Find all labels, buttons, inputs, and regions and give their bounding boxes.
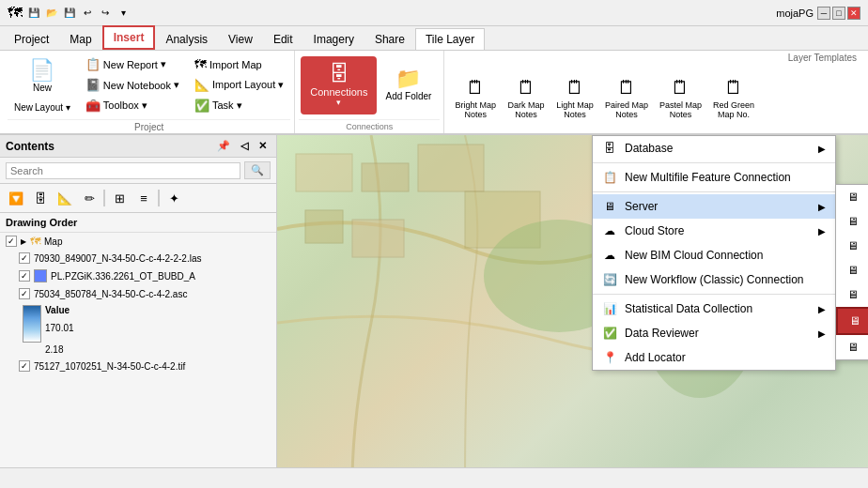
svg-rect-4 [352,220,404,257]
server-item-wcs[interactable]: 🖥 New WCS Server [836,258,868,282]
close-panel-btn[interactable]: ✕ [255,139,271,153]
minimize-btn[interactable]: ─ [817,7,830,20]
tab-project[interactable]: Project [4,28,59,50]
maximize-btn[interactable]: □ [832,7,845,20]
auto-hide-btn[interactable]: ◁ [237,139,252,153]
layer-item-2[interactable]: ✓ PL.PZGiK.336.2261_OT_BUBD_A [0,267,276,285]
task-btn[interactable]: ✅ Task ▾ [190,96,288,115]
svg-rect-0 [296,154,352,191]
layer-cb-1[interactable]: ✓ [19,252,30,264]
save2-btn[interactable]: 💾 [62,6,77,21]
server-item-wmts[interactable]: 🖥 New WMTS Ser... [836,335,868,359]
undo-btn[interactable]: ↩ [80,6,95,21]
connections-icon: 🗄 [329,64,349,84]
new-report-btn[interactable]: 📋 New Report ▾ [81,54,184,74]
menu-item-bim[interactable]: ☁ New BIM Cloud Connection [593,243,835,267]
menu-label-bim: New BIM Cloud Connection [625,249,763,262]
server-item-ogc[interactable]: 🖥 New OGC API Server [836,234,868,258]
wfs-icon: 🖥 [845,287,860,302]
open-btn[interactable]: 📂 [44,6,59,21]
pastel-map-notes-btn[interactable]: 🗒 Pastel MapNotes [655,73,706,123]
menu-item-workflow[interactable]: 🔄 New Workflow (Classic) Connection [593,267,835,292]
server-item-add[interactable]: 🖥 Add Server [836,185,868,209]
pin-btn[interactable]: 📌 [213,139,234,153]
search-input[interactable] [6,162,240,179]
menu-item-database[interactable]: 🗄 Database ▶ [593,136,835,160]
menu-item-cloud[interactable]: ☁ Cloud Store ▶ [593,219,835,243]
layer-cb-map[interactable]: ✓ [6,236,17,247]
paired-map-notes-btn[interactable]: 🗒 Paired MapNotes [600,73,653,123]
ribbon-small-col2: 🗺 Import Map 📐 Import Layout ▾ ✅ Task ▾ [190,54,288,115]
more-btn[interactable]: ▾ [116,6,131,21]
menu-item-reviewer[interactable]: ✅ Data Reviewer ▶ [593,321,835,345]
list-tool[interactable]: ≡ [133,188,154,208]
new-layout-label2: Layout ▾ [35,102,70,113]
ogc-icon: 🖥 [845,238,860,253]
menu-label-locator: Add Locator [625,351,686,364]
tab-view[interactable]: View [218,28,263,50]
tab-insert[interactable]: Insert [102,25,156,50]
layer-cb-3[interactable]: ✓ [19,288,30,299]
grid-tool[interactable]: ⊞ [109,188,130,208]
redo-btn[interactable]: ↪ [98,6,113,21]
bright-notes-label: Bright MapNotes [455,100,496,119]
new-notebook-btn[interactable]: 📓 New Notebook ▾ [81,75,184,95]
menu-item-stat[interactable]: 📊 Statistical Data Collection ▶ [593,297,835,321]
paired-notes-label: Paired MapNotes [605,100,648,119]
bright-map-notes-btn[interactable]: 🗒 Bright MapNotes [450,73,501,123]
notebook-icon: 📓 [85,78,101,92]
red-green-map-notes-btn[interactable]: 🗒 Red GreenMap No. [708,73,759,123]
folder-icon-map: 🗺 [30,236,40,247]
layer-name-3: 75034_850784_N-34-50-C-c-4-2.asc [34,289,187,299]
import-map-btn[interactable]: 🗺 Import Map [190,54,288,74]
layer-item-1[interactable]: ✓ 70930_849007_N-34-50-C-c-4-2-2-2.las [0,250,276,267]
svg-rect-3 [305,210,343,243]
tab-analysis[interactable]: Analysis [155,28,218,50]
value-section: Value 170.01 2.18 [0,302,276,358]
layer-swatch-2 [34,269,47,282]
menu-item-server[interactable]: 🖥 Server ▶ [593,194,835,219]
multifile-icon: 📋 [602,170,617,185]
sep1 [593,162,835,163]
tab-tile-layer[interactable]: Tile Layer [415,28,485,50]
layer-cb-4[interactable]: ✓ [19,360,30,372]
server-item-wfs[interactable]: 🖥 New WFS Server [836,282,868,307]
server-item-wms[interactable]: 🖥 New WMS Server [836,307,868,335]
new-btn[interactable]: 📄 New [9,55,75,98]
sidebar: Contents 📌 ◁ ✕ 🔍 🔽 🗄 📐 ✏ ⊞ ≡ ✦ Drawing O… [0,135,277,482]
database-tool[interactable]: 🗄 [30,188,51,208]
menu-item-multifile[interactable]: 📋 New Multifile Feature Connection [593,165,835,190]
light-map-notes-btn[interactable]: 🗒 Light MapNotes [551,73,598,123]
layer-cb-2[interactable]: ✓ [19,270,30,282]
toolbox-btn[interactable]: 🧰 Toolbox ▾ [81,96,184,115]
import-layout-btn[interactable]: 📐 Import Layout ▾ [190,75,288,95]
menu-item-locator[interactable]: 📍 Add Locator [593,345,835,370]
layer-item-map[interactable]: ✓ ▶ 🗺 Map [0,233,276,250]
main-layout: Contents 📌 ◁ ✕ 🔍 🔽 🗄 📐 ✏ ⊞ ≡ ✦ Drawing O… [0,135,868,482]
edit-tool[interactable]: ✏ [79,188,100,208]
layer-item-3[interactable]: ✓ 75034_850784_N-34-50-C-c-4-2.asc [0,285,276,302]
add-folder-btn[interactable]: 📁 Add Folder [379,64,438,106]
tab-edit[interactable]: Edit [263,28,303,50]
tab-imagery[interactable]: Imagery [303,28,364,50]
cloud-menu-icon: ☁ [602,223,617,238]
task-icon: ✅ [194,99,209,113]
new-icon: 📄 [29,60,54,81]
filter-tool[interactable]: 🔽 [6,188,26,208]
bim-icon: ☁ [602,248,617,263]
expand-map[interactable]: ▶ [21,237,26,246]
save-btn[interactable]: 💾 [26,6,41,21]
toolbox-label: Toolbox ▾ [103,99,147,112]
layer-item-4[interactable]: ✓ 75127_1070251_N-34-50-C-c-4-2.tif [0,358,276,374]
tab-share[interactable]: Share [364,28,415,50]
sidebar-title: Contents [6,140,54,153]
tab-map[interactable]: Map [59,28,101,50]
close-btn[interactable]: ✕ [847,7,860,20]
dark-map-notes-btn[interactable]: 🗒 Dark MapNotes [503,73,550,123]
connections-btn[interactable]: 🗄 Connections ▾ [301,56,377,114]
server-item-arcgis[interactable]: 🖥 New ArcGIS Server [836,209,868,234]
add-tool[interactable]: ✦ [163,188,184,208]
search-button[interactable]: 🔍 [244,161,271,179]
vector-tool[interactable]: 📐 [54,188,75,208]
new-layout-btn[interactable]: New Layout ▾ [9,99,75,115]
